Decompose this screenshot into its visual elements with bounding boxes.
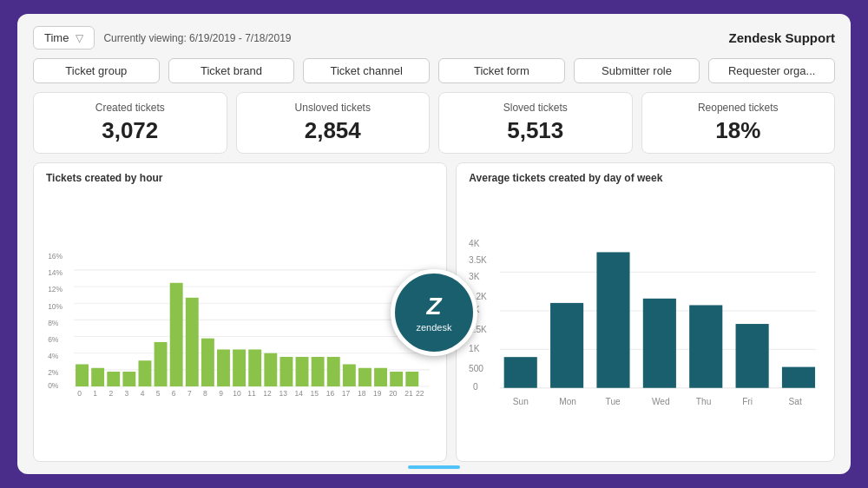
hourly-chart-svg: 16% 14% 12% 10% 8% 6% 4% 2% 0%: [46, 191, 434, 452]
svg-text:14: 14: [295, 389, 304, 398]
svg-rect-22: [155, 342, 168, 386]
svg-text:3K: 3K: [469, 272, 480, 281]
svg-text:Sun: Sun: [513, 397, 529, 406]
svg-rect-25: [201, 339, 214, 386]
svg-text:1K: 1K: [469, 344, 480, 353]
stat-unsloved-label: Unsloved tickets: [295, 102, 371, 114]
svg-text:10: 10: [233, 389, 241, 398]
svg-rect-29: [264, 353, 277, 386]
svg-text:5: 5: [156, 389, 161, 398]
svg-text:3.5K: 3.5K: [469, 255, 487, 265]
chart-hourly: Tickets created by hour 16% 14% 12% 10% …: [33, 162, 447, 462]
svg-rect-17: [76, 364, 89, 386]
svg-text:19: 19: [373, 389, 382, 398]
svg-rect-21: [139, 360, 152, 386]
svg-rect-18: [91, 368, 104, 386]
pill-requester-org[interactable]: Requester orga...: [708, 58, 835, 83]
charts-area: Tickets created by hour 16% 14% 12% 10% …: [33, 162, 835, 462]
svg-text:18: 18: [358, 389, 366, 398]
svg-rect-31: [296, 357, 309, 386]
zendesk-symbol: Z: [426, 293, 441, 320]
svg-text:12%: 12%: [48, 285, 62, 293]
svg-text:14%: 14%: [48, 268, 62, 277]
svg-text:Tue: Tue: [606, 397, 621, 406]
svg-rect-36: [374, 368, 387, 386]
svg-rect-75: [504, 357, 537, 388]
svg-text:15: 15: [311, 389, 319, 398]
svg-rect-26: [217, 349, 230, 386]
svg-text:4: 4: [141, 389, 145, 398]
scroll-indicator: [408, 465, 460, 469]
svg-text:13: 13: [279, 389, 287, 398]
svg-text:6: 6: [172, 389, 176, 398]
svg-text:Sat: Sat: [789, 397, 802, 406]
svg-text:21: 21: [404, 389, 413, 398]
svg-rect-76: [550, 303, 583, 388]
svg-text:11: 11: [247, 389, 256, 398]
chart-daily-title: Average tickets created by day of week: [469, 172, 822, 184]
svg-text:2: 2: [108, 389, 113, 398]
svg-rect-37: [390, 372, 403, 386]
pill-ticket-group[interactable]: Ticket group: [33, 58, 160, 83]
svg-rect-35: [358, 368, 372, 386]
stats-bar: Created tickets 3,072 Unsloved tickets 2…: [33, 92, 835, 154]
filter-bar: Time ▽ Currently viewing: 6/19/2019 - 7/…: [33, 26, 292, 49]
pill-bar: Ticket group Ticket brand Ticket channel…: [33, 58, 835, 83]
svg-rect-38: [405, 372, 418, 386]
pill-submitter-role[interactable]: Submitter role: [574, 58, 700, 83]
viewing-text: Currently viewing: 6/19/2019 - 7/18/2019: [103, 32, 291, 44]
svg-text:20: 20: [389, 389, 398, 398]
svg-rect-77: [597, 252, 630, 387]
pill-ticket-form[interactable]: Ticket form: [438, 58, 565, 83]
svg-rect-79: [689, 305, 722, 387]
pill-ticket-brand[interactable]: Ticket brand: [168, 58, 295, 83]
time-filter-label: Time: [44, 31, 69, 44]
svg-text:4%: 4%: [48, 352, 59, 360]
svg-rect-81: [782, 367, 815, 388]
svg-text:Wed: Wed: [652, 397, 670, 406]
stat-unsloved-value: 2,854: [305, 117, 361, 144]
stat-created-value: 3,072: [102, 117, 158, 144]
svg-rect-33: [327, 357, 340, 386]
zendesk-name: zendesk: [417, 322, 452, 333]
dashboard: Time ▽ Currently viewing: 6/19/2019 - 7/…: [17, 14, 851, 474]
zendesk-logo: Z zendesk: [391, 269, 477, 356]
stat-sloved-value: 5,513: [507, 117, 563, 144]
svg-text:8%: 8%: [48, 319, 59, 327]
daily-chart-svg: 4K 3.5K 3K 2.2K 2K 1.5K 1K 500 0: [469, 191, 822, 452]
svg-text:1: 1: [93, 389, 97, 398]
stat-reopened: Reopened tickets 18%: [641, 92, 836, 154]
time-filter[interactable]: Time ▽: [33, 26, 95, 49]
svg-rect-28: [248, 349, 261, 386]
stat-reopened-label: Reopened tickets: [698, 102, 779, 114]
svg-text:500: 500: [469, 364, 483, 373]
chart-daily: Average tickets created by day of week 4…: [456, 162, 835, 462]
svg-rect-19: [107, 372, 120, 386]
svg-text:17: 17: [342, 389, 351, 398]
stat-sloved: Sloved tickets 5,513: [438, 92, 633, 154]
svg-rect-32: [312, 357, 325, 386]
svg-text:12: 12: [263, 389, 272, 398]
svg-text:22: 22: [416, 389, 424, 398]
svg-text:10%: 10%: [48, 302, 62, 311]
svg-rect-23: [170, 283, 183, 386]
header: Time ▽ Currently viewing: 6/19/2019 - 7/…: [33, 26, 835, 49]
pill-ticket-channel[interactable]: Ticket channel: [303, 58, 430, 83]
svg-text:0: 0: [77, 389, 82, 398]
svg-rect-20: [122, 372, 135, 386]
svg-rect-78: [643, 299, 676, 388]
svg-rect-30: [279, 357, 293, 386]
svg-rect-24: [186, 298, 199, 386]
svg-text:8: 8: [203, 389, 207, 398]
svg-text:9: 9: [219, 389, 223, 398]
svg-text:3: 3: [125, 389, 129, 398]
svg-rect-27: [233, 349, 246, 386]
svg-text:6%: 6%: [48, 335, 59, 344]
stat-sloved-label: Sloved tickets: [503, 102, 568, 114]
chart-hourly-title: Tickets created by hour: [46, 172, 434, 184]
svg-rect-80: [736, 324, 769, 388]
filter-icon: ▽: [76, 32, 83, 44]
svg-text:0: 0: [473, 382, 478, 392]
svg-text:Mon: Mon: [560, 397, 577, 406]
brand-title: Zendesk Support: [728, 30, 835, 45]
